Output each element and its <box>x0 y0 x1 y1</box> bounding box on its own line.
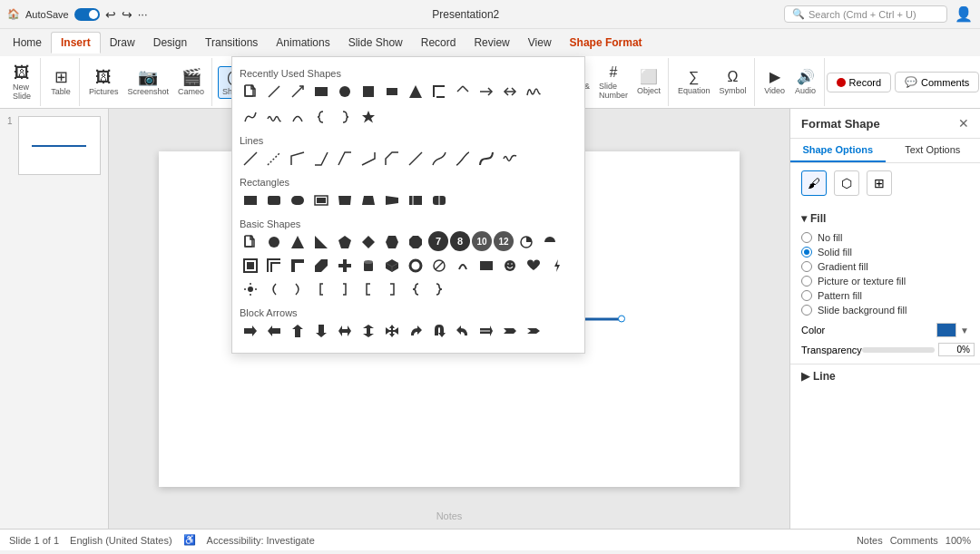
ba-u-turn[interactable] <box>428 320 450 342</box>
line-elbow3[interactable] <box>334 148 356 170</box>
ba-stripes[interactable] <box>475 320 497 342</box>
shape-freeform[interactable] <box>240 106 261 128</box>
object-button[interactable]: ⬜ Object <box>633 68 664 97</box>
format-panel-close[interactable]: ✕ <box>958 116 969 131</box>
tab-design[interactable]: Design <box>144 33 196 53</box>
rect-4[interactable] <box>310 190 332 211</box>
basic-frame[interactable] <box>240 255 261 277</box>
line-thick-elbow[interactable] <box>475 148 497 170</box>
ba-left-right[interactable] <box>334 320 356 342</box>
tab-transitions[interactable]: Transitions <box>196 33 267 53</box>
line-squiggle[interactable] <box>499 148 521 170</box>
color-dropdown-arrow[interactable]: ▼ <box>960 326 969 335</box>
shape-icon-btn[interactable]: ⬡ <box>834 170 859 196</box>
basic-heart[interactable] <box>523 255 544 277</box>
line-section[interactable]: ▶ Line <box>790 364 980 388</box>
basic-pent[interactable] <box>334 231 356 253</box>
picture-fill-radio[interactable] <box>801 276 812 287</box>
ba-up[interactable] <box>287 320 309 342</box>
basic-brace-close[interactable] <box>428 278 450 300</box>
search-box[interactable]: 🔍 Search (Cmd + Ctrl + U) <box>784 5 947 23</box>
shape-curly-close[interactable] <box>334 106 356 128</box>
color-swatch[interactable] <box>936 323 956 337</box>
ba-4way[interactable] <box>381 320 403 342</box>
rect-5[interactable] <box>334 190 356 211</box>
comments-button[interactable]: 💬 Comments <box>895 72 979 92</box>
line-dash[interactable] <box>263 148 285 170</box>
gradient-fill-radio[interactable] <box>801 261 812 272</box>
pattern-fill-radio[interactable] <box>801 290 812 301</box>
basic-ring[interactable] <box>405 255 426 277</box>
picture-fill-option[interactable]: Picture or texture fill <box>801 276 969 287</box>
basic-sun[interactable] <box>240 278 261 300</box>
basic-paren-open[interactable] <box>263 278 285 300</box>
basic-b7[interactable]: 7 <box>428 231 448 251</box>
shape-wave[interactable] <box>263 106 285 128</box>
equation-button[interactable]: ∑ Equation <box>674 68 714 97</box>
fill-icon-btn[interactable]: 🖌 <box>801 170 827 196</box>
basic-halfframe[interactable] <box>263 255 285 277</box>
line-elbow2[interactable] <box>310 148 332 170</box>
line-straight[interactable] <box>240 148 261 170</box>
no-fill-radio[interactable] <box>801 232 812 243</box>
basic-oct[interactable] <box>405 231 426 253</box>
basic-diag-stripe[interactable] <box>310 255 332 277</box>
slide-item-1[interactable]: 1 <box>7 116 101 175</box>
basic-b10[interactable]: 12 <box>494 231 514 251</box>
line-elbow4[interactable] <box>358 148 379 170</box>
basic-brace-open[interactable] <box>405 278 426 300</box>
shape-corner1[interactable] <box>428 81 450 102</box>
solid-fill-option[interactable]: Solid fill <box>801 247 969 258</box>
accessibility-label[interactable]: Accessibility: Investigate <box>207 535 315 546</box>
shape-ellipse[interactable] <box>334 81 356 102</box>
fill-section-title[interactable]: ▾ Fill <box>801 212 969 225</box>
basic-tri[interactable] <box>287 231 309 253</box>
shape-line-h[interactable] <box>287 81 309 102</box>
shape-arrow-double[interactable] <box>499 81 521 102</box>
line-elbow[interactable] <box>287 148 309 170</box>
line-curve2[interactable] <box>428 148 450 170</box>
shape-line-diag[interactable] <box>263 81 285 102</box>
rect-3[interactable] <box>287 190 309 211</box>
shape-arc[interactable] <box>287 106 309 128</box>
basic-hex[interactable] <box>381 231 403 253</box>
format-tab-shape-options[interactable]: Shape Options <box>790 139 886 162</box>
tab-shape-format[interactable]: Shape Format <box>561 33 652 53</box>
shape-corner2[interactable] <box>452 81 474 102</box>
notes-button[interactable]: Notes <box>857 535 883 546</box>
basic-bracket-open[interactable] <box>310 278 332 300</box>
basic-chord[interactable] <box>539 231 561 253</box>
color-swatch-area[interactable]: ▼ <box>936 323 969 337</box>
basic-arc2[interactable] <box>452 255 474 277</box>
basic-corner[interactable] <box>287 255 309 277</box>
rect-1[interactable] <box>240 190 261 211</box>
slide-bg-fill-option[interactable]: Slide background fill <box>801 305 969 316</box>
slide-bg-fill-radio[interactable] <box>801 305 812 316</box>
basic-paren-close[interactable] <box>287 278 309 300</box>
basic-plus[interactable] <box>334 255 356 277</box>
ba-left[interactable] <box>263 320 285 342</box>
solid-fill-radio[interactable] <box>801 247 812 258</box>
ba-chevron[interactable] <box>523 320 544 342</box>
basic-doc[interactable] <box>240 231 261 253</box>
comments-status-button[interactable]: Comments <box>890 535 938 546</box>
basic-b8[interactable]: 8 <box>450 231 470 251</box>
tab-draw[interactable]: Draw <box>101 33 144 53</box>
line-s-curve[interactable] <box>452 148 474 170</box>
shape-star5[interactable] <box>358 106 379 128</box>
rect-9[interactable] <box>428 190 450 211</box>
ba-down[interactable] <box>310 320 332 342</box>
notes-hint[interactable]: Notes <box>436 510 463 521</box>
tab-insert[interactable]: Insert <box>51 32 101 53</box>
home-icon[interactable]: 🏠 <box>7 8 20 20</box>
basic-b9[interactable]: 10 <box>472 231 492 251</box>
redo-icon[interactable]: ↪ <box>122 7 132 22</box>
basic-smile[interactable] <box>499 255 521 277</box>
basic-can[interactable] <box>358 255 379 277</box>
autosave-toggle[interactable] <box>74 8 100 21</box>
basic-diamond[interactable] <box>358 231 379 253</box>
basic-circle[interactable] <box>263 231 285 253</box>
tab-slideshow[interactable]: Slide Show <box>339 33 412 53</box>
undo-icon[interactable]: ↩ <box>105 7 116 22</box>
ba-turn-left[interactable] <box>452 320 474 342</box>
